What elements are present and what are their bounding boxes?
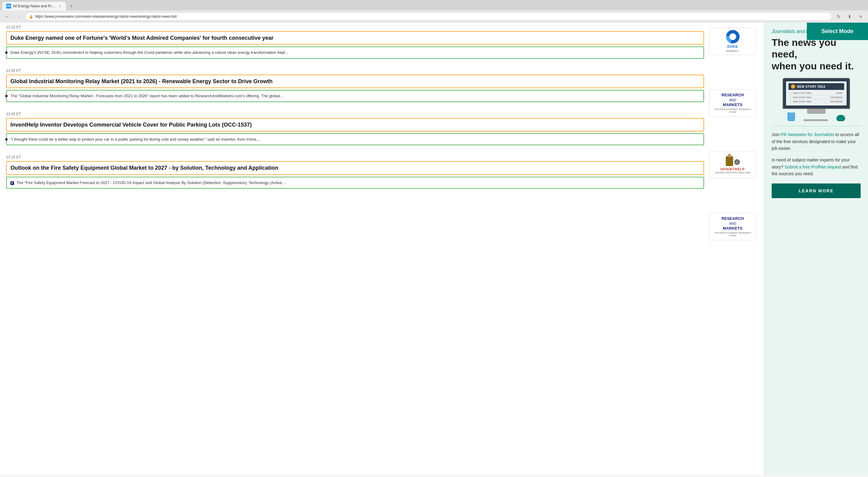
address-text: https://www.prnewswire.com/news-releases… — [35, 14, 177, 19]
download-button[interactable]: ⬇ — [845, 12, 854, 21]
lock-icon: 🔒 — [29, 15, 33, 19]
news-title-box-4[interactable]: Outlook on the Fire Safety Equipment Glo… — [6, 161, 704, 174]
news-excerpt-box-1: Duke Energy's (NYSE: DUK) commitment to … — [6, 46, 704, 59]
news-title-4: Outlook on the Fire Safety Equipment Glo… — [10, 164, 700, 171]
gear-element — [734, 159, 740, 165]
sidebar: Select Mode Journalists and Bloggers The… — [764, 23, 868, 475]
news-title-2: Global Industrial Monitoring Relay Marke… — [10, 78, 700, 85]
ram-logo-and-2: AND — [729, 222, 736, 225]
news-excerpt-box-3: "I thought there could be a better way t… — [6, 133, 704, 146]
inventhelp-text: INVENTHELP — [720, 167, 745, 171]
duke-logo-subtext: ENERGY — [726, 50, 739, 53]
check-icon-2: ✓ — [790, 96, 792, 99]
ram-logo-markets-2: MARKETS — [723, 226, 742, 231]
headline-line2: when you need it. — [772, 61, 854, 71]
news-item: 13:10 ET Duke Energy named one of Fortun… — [6, 23, 704, 59]
excerpt-marker-2 — [5, 95, 8, 97]
news-title-box-1[interactable]: Duke Energy named one of Fortune's 'Worl… — [6, 31, 704, 45]
duke-energy-logo-card: DUKE ENERGY — [709, 28, 756, 55]
pr-newswire-journalists-link[interactable]: PR Newswire for Journalists — [781, 132, 834, 137]
duke-inner-circle — [730, 33, 736, 40]
page-content: 13:10 ET Duke Energy named one of Fortun… — [0, 23, 868, 475]
news-excerpt-box-4: P The "Fire Safety Equipment Market Fore… — [6, 177, 704, 189]
monitor-base — [803, 119, 828, 121]
address-bar[interactable]: 🔒 https://www.prnewswire.com/news-releas… — [25, 12, 832, 21]
news-excerpt-1: Duke Energy's (NYSE: DUK) commitment to … — [10, 50, 700, 56]
inventhelp-icon — [726, 156, 740, 166]
ram-logo-sub-2: THE WORLD'S MARKET RESEARCH STORE — [712, 231, 754, 237]
headline-line1: The news you need, — [772, 37, 837, 60]
news-item: 12:15 ET Outlook on the Fire Safety Equi… — [6, 153, 704, 189]
refresh-button[interactable]: ↻ — [834, 12, 843, 21]
news-excerpt-box-2: The "Global Industrial Monitoring Relay … — [6, 90, 704, 102]
excerpt-badge-4: P — [10, 181, 14, 185]
news-title-1: Duke Energy named one of Fortune's 'Worl… — [10, 34, 700, 41]
monitor-header-text: NEW STORY IDEA — [797, 85, 826, 88]
news-feed: 13:10 ET Duke Energy named one of Fortun… — [0, 23, 764, 475]
news-articles: 13:10 ET Duke Energy named one of Fortun… — [6, 23, 704, 240]
body-text-1: Join — [772, 132, 781, 137]
monitor-data-row-1: ✓ NEW STORY IDEA TODAY — [788, 91, 844, 95]
news-feed-inner: 13:10 ET Duke Energy named one of Fortun… — [6, 23, 758, 240]
news-title-box-3[interactable]: InventHelp Inventor Develops Commercial … — [6, 118, 704, 131]
inventhelp-sub: HELPING INVENTORS SINCE 1984 — [715, 171, 750, 174]
check-icon-1: ✓ — [790, 92, 792, 94]
news-excerpt-4: The "Fire Safety Equipment Market Foreca… — [17, 181, 286, 185]
sidebar-divider — [772, 126, 861, 126]
news-time-4: 12:15 ET — [6, 153, 704, 159]
inventor-figure — [726, 156, 733, 166]
duke-circle — [726, 30, 740, 43]
monitor-row-label-1: NEW STORY IDEA — [793, 92, 835, 94]
news-excerpt-3: "I thought there could be a better way t… — [10, 136, 700, 142]
news-title-3: InventHelp Inventor Develops Commercial … — [10, 121, 700, 128]
sidebar-headline: The news you need, when you need it. — [772, 37, 861, 72]
news-time-1: 13:10 ET — [6, 23, 704, 29]
learn-more-button[interactable]: LEARN MORE — [772, 184, 861, 198]
news-title-box-2[interactable]: Global Industrial Monitoring Relay Marke… — [6, 74, 704, 88]
ram-logo-markets: MARKETS — [723, 102, 742, 107]
excerpt-marker-3 — [5, 138, 8, 141]
new-tab-button[interactable]: + — [67, 2, 76, 10]
monitor-row-label-3: NEW STORY IDEA — [793, 101, 829, 103]
logos-column: DUKE ENERGY RESEARCH AND MARKETS THE WOR… — [709, 23, 758, 240]
news-item: 12:45 ET Global Industrial Monitoring Re… — [6, 66, 704, 102]
tab-bar: PR All Energy News and Press Relea × + — [0, 0, 868, 10]
monitor-row-label-2: NEW STORY IDEA — [793, 96, 829, 98]
news-time-3: 12:45 ET — [6, 109, 704, 116]
sidebar-body-paragraph-1: Join PR Newswire for Journalists to acce… — [772, 131, 861, 152]
monitor-bullet: 1 — [791, 85, 795, 89]
monitor-screen-inner: 1 NEW STORY IDEA ✓ NEW STORY IDEA TODAY … — [786, 81, 846, 105]
tab-title: All Energy News and Press Relea — [13, 4, 56, 8]
monitor-row-value-2: YESTERDAY — [830, 96, 843, 98]
monitor-header-row: 1 NEW STORY IDEA — [788, 83, 844, 90]
inventhelp-logo-card: INVENTHELP HELPING INVENTORS SINCE 1984 — [709, 151, 756, 179]
forward-button[interactable]: → — [14, 12, 23, 21]
monitor-row-value-3: YESTERDAY — [830, 101, 843, 103]
profnet-link[interactable]: Submit a free ProfNet request — [784, 164, 841, 169]
ram-logo-top: RESEARCH — [721, 93, 744, 98]
monitor-data-row-2: ✓ NEW STORY IDEA YESTERDAY — [788, 95, 844, 100]
sidebar-body-paragraph-2: In need of subject matter experts for yo… — [772, 157, 861, 177]
tab-favicon: PR — [6, 4, 11, 8]
browser-chrome: PR All Energy News and Press Relea × + ←… — [0, 0, 868, 23]
back-button[interactable]: ← — [3, 12, 11, 21]
ram-logo-card-1: RESEARCH AND MARKETS THE WORLD'S MARKET … — [709, 89, 756, 117]
monitor-container: 1 NEW STORY IDEA ✓ NEW STORY IDEA TODAY … — [772, 78, 861, 121]
news-excerpt-2: The "Global Industrial Monitoring Relay … — [10, 93, 700, 99]
ram-logo-and: AND — [729, 98, 736, 102]
address-bar-row: ← → 🔒 https://www.prnewswire.com/news-re… — [0, 10, 868, 23]
ram-logo-top-2: RESEARCH — [721, 216, 744, 221]
active-tab[interactable]: PR All Energy News and Press Relea × — [2, 2, 66, 10]
monitor: 1 NEW STORY IDEA ✓ NEW STORY IDEA TODAY … — [783, 78, 850, 121]
monitor-row-value-1: TODAY — [836, 92, 843, 94]
news-item: 12:45 ET InventHelp Inventor Develops Co… — [6, 109, 704, 146]
ram-logo-sub: THE WORLD'S MARKET RESEARCH STORE — [712, 108, 754, 114]
monitor-cup-left — [787, 113, 795, 121]
menu-button[interactable]: ≡ — [857, 12, 865, 21]
tab-close-icon[interactable]: × — [58, 4, 62, 8]
select-mode-button[interactable]: Select Mode — [807, 23, 868, 40]
ram-logo-card-2: RESEARCH AND MARKETS THE WORLD'S MARKET … — [709, 213, 756, 240]
monitor-base-row — [783, 113, 850, 121]
sidebar-content: Journalists and Bloggers The news you ne… — [764, 23, 868, 204]
duke-logo-text: DUKE — [727, 45, 738, 48]
